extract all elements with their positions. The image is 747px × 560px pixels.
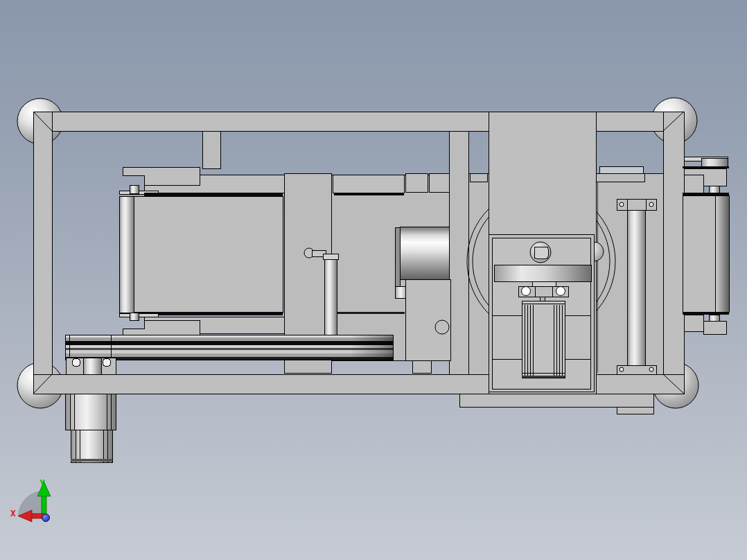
belt-top-band [144,193,283,196]
mid-lower-line [335,312,405,314]
model-canvas: Y X [0,0,747,560]
left-roller [119,196,134,313]
piston-rod [627,210,645,365]
ball-joint-cap [534,247,548,259]
x-axis-label: X [10,508,16,518]
leg-cylinder [324,259,337,335]
post-a [202,131,220,168]
motor-flange [395,227,400,286]
bearing-ball-left [522,287,531,296]
rr-stub-bottom [709,315,719,321]
gearbox-block [405,279,450,360]
y-axis-shaft [42,495,46,516]
bearing-hole-right [103,358,111,367]
y-axis-label: Y [39,478,45,488]
linear-actuator [522,301,565,378]
right-roller-unit [683,157,729,334]
bearing-hole-left [72,358,80,367]
rr-body [683,195,715,312]
frame-left-post [33,112,52,394]
pulley-bearing-bracket [66,358,116,374]
orientation-triad[interactable]: Y X [10,478,51,522]
mid-rail [333,175,404,193]
crank-bar [494,265,591,281]
belt-groove-1 [65,341,393,345]
rr-stub-top [709,186,719,193]
conveyor-body [134,196,283,313]
mount-bracket-top [123,167,200,185]
rail-block-1 [405,173,428,192]
rr-cylinder [715,195,729,312]
rr-top-cap [701,158,728,166]
rail-block-2 [429,173,449,192]
mount-stub-bottom [130,313,139,320]
post-c [449,131,468,374]
piston-bracket-top [617,199,656,210]
gearbox-foot [412,360,431,373]
ledge-left-of-column [470,173,487,182]
mid-rail-shadow [334,193,404,195]
base-foot [617,407,653,414]
motor-cylinder [400,227,449,279]
caster-leg [65,394,116,462]
bearing-ball-right [556,287,565,296]
pulley-stack [65,335,393,374]
base-plate [459,394,653,407]
stack-end-cap [350,335,393,360]
plate-right-opening [599,166,643,173]
ledge-right-of-column [596,173,644,182]
mount-stub-top [130,185,139,193]
crank-housing [489,234,594,392]
rr-bracket-bottom-b [703,321,726,334]
bearing-plate [518,286,568,297]
z-axis-dot [42,514,50,522]
cad-viewport[interactable]: Y X [0,0,747,560]
frame-right-post [663,112,684,394]
leg-cap [323,254,338,259]
actuator-body [522,304,565,378]
under-frame-parts [65,394,653,462]
rr-bracket-bottom-a [684,315,703,331]
piston-bracket-bottom [617,365,656,374]
